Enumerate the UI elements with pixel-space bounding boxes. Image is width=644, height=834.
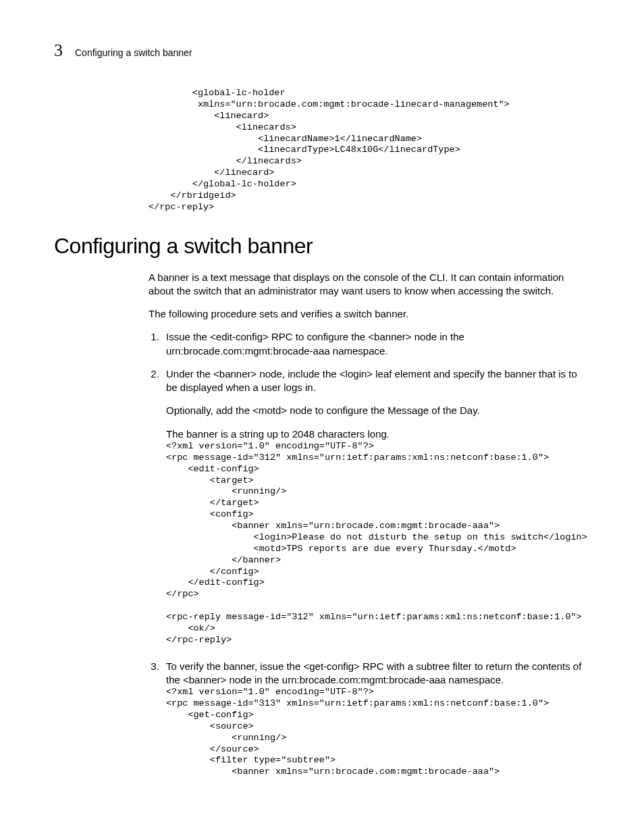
code-block-edit-config: <?xml version="1.0" encoding="UTF-8"?> <… <box>166 441 590 646</box>
chapter-number: 3 <box>54 41 63 61</box>
procedure-steps: Issue the <edit-config> RPC to configure… <box>149 330 590 778</box>
header-title: Configuring a switch banner <box>75 47 192 58</box>
step-1-text: Issue the <edit-config> RPC to configure… <box>166 331 464 356</box>
step-3: To verify the banner, issue the <get-con… <box>162 660 590 779</box>
step-2: Under the <banner> node, include the <lo… <box>162 367 590 646</box>
section-heading: Configuring a switch banner <box>54 234 590 259</box>
section-body: A banner is a text message that displays… <box>149 271 590 779</box>
step-2-text: Under the <banner> node, include the <lo… <box>166 368 577 393</box>
step-3-text: To verify the banner, issue the <get-con… <box>166 660 581 685</box>
step-2-note-1: Optionally, add the <motd> node to confi… <box>166 404 590 417</box>
main-content: <global-lc-holder xmlns="urn:brocade.com… <box>149 88 590 213</box>
step-2-note-2: The banner is a string up to 2048 charac… <box>166 427 590 441</box>
page-header: 3 Configuring a switch banner <box>54 41 590 61</box>
code-block-rpc-reply: <global-lc-holder xmlns="urn:brocade.com… <box>149 88 590 213</box>
code-block-get-config: <?xml version="1.0" encoding="UTF-8"?> <… <box>166 687 590 778</box>
intro-paragraph-2: The following procedure sets and verifie… <box>149 307 590 321</box>
page-container: 3 Configuring a switch banner <global-lc… <box>0 0 644 832</box>
step-1: Issue the <edit-config> RPC to configure… <box>162 330 590 358</box>
intro-paragraph-1: A banner is a text message that displays… <box>149 271 590 298</box>
